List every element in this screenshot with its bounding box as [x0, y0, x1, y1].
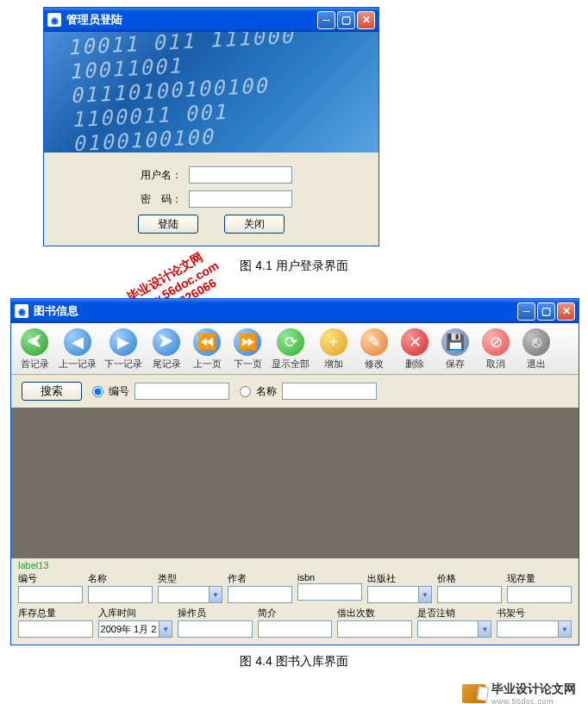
toolbar-下一记录[interactable]: ▶下一记录	[103, 327, 144, 372]
field-label: 借出次数	[337, 607, 412, 620]
password-input[interactable]	[189, 190, 292, 208]
价格-input[interactable]	[437, 586, 502, 603]
footer-brand: 毕业设计论文网	[491, 682, 576, 697]
作者-input[interactable]	[228, 586, 292, 603]
toolbar-label: 删除	[405, 358, 424, 371]
login-window: ◉ 管理员登陆 ─ ▢ ✕ 用户名： 密 码： 登陆 关闭	[43, 7, 379, 246]
库存总量-input[interactable]	[18, 620, 93, 638]
toolbar-取消[interactable]: ⊘取消	[478, 327, 514, 372]
toolbar-icon: ⏩	[234, 328, 261, 356]
toolbar-icon: ⮜	[21, 328, 48, 356]
search-id-input[interactable]	[134, 383, 229, 400]
类型-input[interactable]	[158, 586, 209, 603]
maximize-button[interactable]: ▢	[337, 11, 355, 29]
dropdown-icon[interactable]: ▼	[209, 586, 222, 603]
dropdown-icon[interactable]: ▼	[478, 620, 491, 638]
操作员-input[interactable]	[178, 620, 253, 638]
toolbar-上一页[interactable]: ⏪上一页	[189, 327, 225, 372]
field-label: 作者	[228, 572, 292, 585]
toolbar-icon: ⮞	[153, 328, 180, 356]
toolbar-label: 修改	[365, 358, 384, 371]
maximize-button[interactable]: ▢	[537, 302, 555, 321]
field-label: 简介	[258, 607, 333, 620]
search-bar: 搜索 编号 名称	[11, 375, 579, 408]
search-name-input[interactable]	[282, 383, 377, 400]
dropdown-icon[interactable]: ▼	[418, 586, 432, 603]
toolbar-icon: +	[320, 328, 347, 356]
username-input[interactable]	[189, 166, 292, 184]
window-controls: ─ ▢ ✕	[317, 11, 375, 29]
toolbar-label: 尾记录	[153, 358, 181, 371]
dropdown-icon[interactable]: ▼	[558, 620, 572, 638]
field-是否注销: 是否注销▼	[417, 607, 492, 638]
close-button[interactable]: ✕	[557, 302, 575, 321]
figure-caption-1: 图 4.1 用户登录界面	[0, 259, 588, 274]
close-dialog-button[interactable]: 关闭	[224, 215, 285, 234]
field-label: 入库时间	[98, 607, 173, 620]
field-借出次数: 借出次数	[337, 607, 412, 638]
dropdown-icon[interactable]: ▼	[159, 620, 172, 638]
field-类型: 类型▼	[158, 572, 222, 603]
titlebar: ◉ 管理员登陆 ─ ▢ ✕	[44, 8, 378, 32]
minimize-button[interactable]: ─	[517, 302, 535, 321]
radio-id[interactable]	[92, 386, 103, 397]
radio-name-label: 名称	[256, 384, 277, 399]
名称-input[interactable]	[88, 586, 153, 603]
field-label: 编号	[18, 572, 83, 585]
toolbar-保存[interactable]: 💾保存	[437, 327, 473, 372]
radio-name[interactable]	[240, 386, 251, 397]
field-label: 现存量	[507, 572, 572, 585]
username-label: 用户名：	[130, 168, 182, 183]
toolbar-label: 保存	[446, 358, 465, 371]
login-form: 用户名： 密 码： 登陆 关闭	[44, 153, 378, 246]
toolbar-icon: ◀	[64, 328, 91, 356]
toolbar-label: 退出	[527, 358, 546, 371]
field-简介: 简介	[258, 607, 333, 638]
入库时间-input[interactable]	[98, 620, 160, 638]
toolbar-首记录[interactable]: ⮜首记录	[16, 327, 53, 372]
toolbar-删除[interactable]: ✕删除	[397, 327, 433, 372]
window-title: 图书信息	[34, 303, 517, 319]
figure-caption-2: 图 4.4 图书入库界面	[0, 654, 588, 670]
field-作者: 作者	[228, 572, 292, 603]
field-操作员: 操作员	[178, 607, 253, 638]
toolbar-上一记录[interactable]: ◀上一记录	[57, 327, 98, 372]
toolbar-icon: ⟳	[277, 328, 304, 356]
toolbar-尾记录[interactable]: ⮞尾记录	[148, 327, 185, 372]
toolbar-label: 显示全部	[272, 358, 310, 371]
toolbar-修改[interactable]: ✎修改	[356, 327, 392, 372]
field-label: 出版社	[367, 572, 432, 585]
toolbar-显示全部[interactable]: ⟳显示全部	[270, 327, 311, 372]
toolbar-退出[interactable]: ⎋退出	[518, 327, 554, 372]
简介-input[interactable]	[258, 620, 333, 638]
password-label: 密 码：	[130, 192, 182, 207]
编号-input[interactable]	[18, 586, 83, 603]
app-icon: ◉	[47, 13, 61, 27]
toolbar-label: 上一记录	[59, 358, 97, 371]
toolbar-icon: 💾	[441, 328, 469, 356]
field-入库时间: 入库时间▼	[98, 607, 173, 638]
toolbar-icon: ✎	[360, 328, 388, 356]
field-label: 是否注销	[417, 607, 492, 620]
是否注销-input[interactable]	[417, 620, 479, 638]
isbn-input[interactable]	[297, 583, 362, 601]
field-isbn: isbn	[297, 572, 362, 603]
toolbar-增加[interactable]: +增加	[316, 327, 352, 372]
toolbar-label: 下一页	[234, 358, 262, 371]
data-grid[interactable]	[11, 408, 579, 558]
book-info-window: ◉ 图书信息 ─ ▢ ✕ ⮜首记录◀上一记录▶下一记录⮞尾记录⏪上一页⏩下一页⟳…	[10, 298, 579, 645]
radio-id-label: 编号	[109, 384, 129, 399]
借出次数-input[interactable]	[337, 620, 412, 638]
banner-image	[44, 32, 378, 153]
search-button[interactable]: 搜索	[22, 382, 82, 401]
现存量-input[interactable]	[507, 586, 572, 603]
出版社-input[interactable]	[367, 586, 418, 603]
close-button[interactable]: ✕	[357, 11, 375, 29]
titlebar: ◉ 图书信息 ─ ▢ ✕	[11, 299, 579, 323]
login-button[interactable]: 登陆	[138, 215, 198, 234]
toolbar-下一页[interactable]: ⏩下一页	[229, 327, 266, 372]
field-label: 价格	[437, 572, 502, 585]
footer-url: www.56doc.com	[491, 697, 576, 704]
书架号-input[interactable]	[497, 620, 558, 638]
minimize-button[interactable]: ─	[317, 11, 335, 29]
